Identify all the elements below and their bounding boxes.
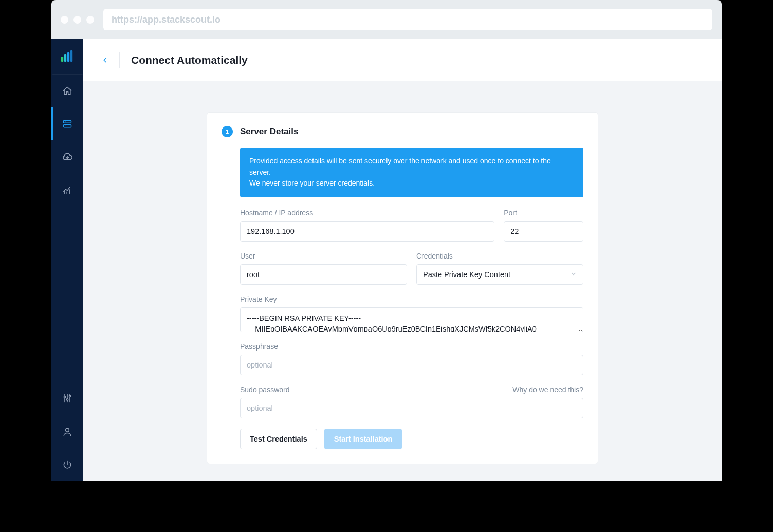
- port-input[interactable]: [504, 221, 583, 242]
- url-bar[interactable]: https://app.stackscout.io: [103, 9, 712, 30]
- sidebar-item-servers[interactable]: [51, 107, 83, 140]
- svg-rect-0: [61, 57, 63, 62]
- bars-logo-icon: [60, 49, 75, 64]
- credentials-selected-value: Paste Private Key Content: [423, 270, 510, 279]
- sidebar-item-cloud[interactable]: [51, 140, 83, 173]
- sidebar-top: [51, 39, 83, 382]
- sidebar-item-power[interactable]: [51, 448, 83, 481]
- main: Connect Automatically 1 Server Details P…: [83, 39, 722, 481]
- traffic-light-minimize-icon[interactable]: [73, 16, 81, 24]
- sudo-hint-link[interactable]: Why do we need this?: [512, 386, 583, 394]
- private-key-field-group: Private Key: [240, 295, 583, 332]
- analytics-icon: [62, 185, 72, 195]
- hostname-label: Hostname / IP address: [240, 209, 494, 217]
- svg-point-16: [69, 395, 70, 397]
- port-field-group: Port: [504, 209, 583, 242]
- card-title: Server Details: [240, 126, 298, 137]
- back-button[interactable]: [98, 53, 112, 67]
- private-key-label: Private Key: [240, 295, 583, 303]
- sudo-input[interactable]: [240, 398, 583, 418]
- browser-chrome: https://app.stackscout.io: [51, 0, 722, 39]
- chevron-left-icon: [101, 57, 108, 64]
- port-label: Port: [504, 209, 583, 217]
- sidebar-item-analytics[interactable]: [51, 173, 83, 206]
- sidebar-item-home[interactable]: [51, 74, 83, 107]
- credentials-select[interactable]: Paste Private Key Content: [416, 264, 583, 285]
- info-banner-line2: We never store your server credentials.: [249, 178, 574, 189]
- info-banner: Provided access details will be sent sec…: [240, 148, 583, 197]
- svg-rect-2: [67, 52, 69, 62]
- chevron-down-icon: [570, 270, 577, 279]
- step-badge: 1: [222, 126, 233, 137]
- sidebar-item-account[interactable]: [51, 415, 83, 448]
- user-field-group: User: [240, 252, 407, 285]
- page-title: Connect Automatically: [131, 54, 248, 66]
- sidebar-bottom: [51, 382, 83, 481]
- passphrase-field-group: Passphrase: [240, 342, 583, 375]
- svg-rect-4: [64, 120, 71, 123]
- svg-rect-3: [70, 50, 72, 62]
- private-key-textarea[interactable]: [240, 307, 583, 332]
- info-banner-line1: Provided access details will be sent sec…: [249, 156, 574, 178]
- user-label: User: [240, 252, 407, 260]
- app-logo[interactable]: [51, 39, 83, 74]
- user-icon: [62, 427, 72, 437]
- form: Hostname / IP address Port User: [240, 209, 583, 418]
- svg-point-17: [66, 428, 69, 432]
- user-input[interactable]: [240, 264, 407, 285]
- power-icon: [62, 460, 72, 470]
- credentials-field-group: Credentials Paste Private Key Content: [416, 252, 583, 285]
- sidebar-item-settings[interactable]: [51, 382, 83, 415]
- credentials-label: Credentials: [416, 252, 583, 260]
- app-shell: Connect Automatically 1 Server Details P…: [51, 39, 722, 481]
- traffic-lights: [61, 16, 94, 24]
- home-icon: [62, 86, 72, 96]
- cloud-download-icon: [62, 151, 73, 162]
- card-header: 1 Server Details: [222, 126, 583, 137]
- topbar-divider: [119, 52, 120, 68]
- svg-point-12: [64, 396, 65, 398]
- sidebar: [51, 39, 83, 481]
- traffic-light-close-icon[interactable]: [61, 16, 68, 24]
- form-actions: Test Credentials Start Installation: [240, 429, 583, 449]
- browser-frame: https://app.stackscout.io: [51, 0, 722, 481]
- topbar: Connect Automatically: [83, 39, 722, 81]
- content-area: 1 Server Details Provided access details…: [83, 81, 722, 481]
- passphrase-label: Passphrase: [240, 342, 583, 351]
- server-icon: [62, 119, 72, 129]
- passphrase-input[interactable]: [240, 355, 583, 375]
- svg-rect-1: [64, 54, 66, 62]
- svg-point-14: [66, 399, 68, 400]
- server-details-card: 1 Server Details Provided access details…: [207, 112, 598, 464]
- traffic-light-zoom-icon[interactable]: [86, 16, 94, 24]
- sliders-icon: [62, 393, 72, 403]
- hostname-input[interactable]: [240, 221, 494, 242]
- sudo-label: Sudo password: [240, 386, 290, 394]
- start-installation-button[interactable]: Start Installation: [324, 429, 402, 449]
- hostname-field-group: Hostname / IP address: [240, 209, 494, 242]
- svg-rect-5: [64, 124, 71, 127]
- test-credentials-button[interactable]: Test Credentials: [240, 429, 317, 449]
- sudo-field-group: Sudo password Why do we need this?: [240, 386, 583, 418]
- url-bar-text: https://app.stackscout.io: [112, 14, 220, 25]
